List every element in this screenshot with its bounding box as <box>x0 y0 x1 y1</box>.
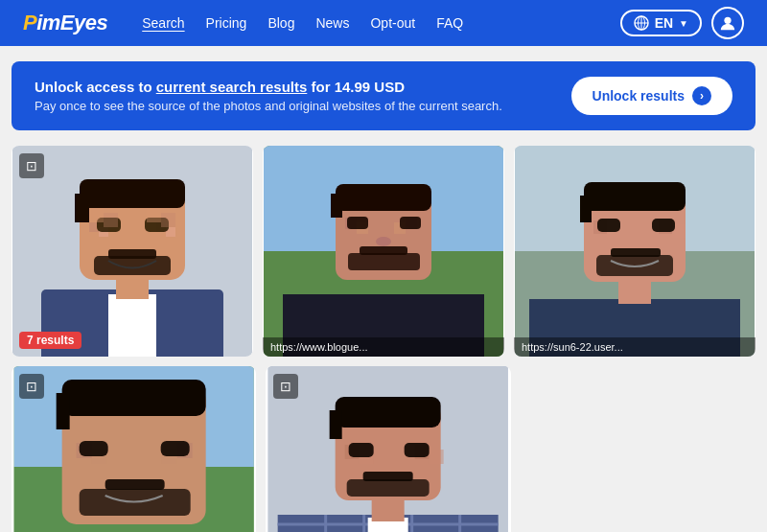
globe-icon <box>634 15 649 31</box>
banner-subtitle: Pay once to see the source of the photos… <box>35 99 502 113</box>
svg-rect-30 <box>331 194 342 218</box>
svg-rect-66 <box>80 441 108 456</box>
result-card-5[interactable]: ⊡ <box>266 366 510 532</box>
result-card-1[interactable]: ⊡ 7 results <box>12 146 253 357</box>
svg-rect-88 <box>430 450 444 464</box>
svg-rect-17 <box>108 249 156 259</box>
nav-link-blog[interactable]: Blog <box>267 15 294 31</box>
svg-rect-52 <box>597 219 620 232</box>
svg-rect-36 <box>400 217 421 229</box>
lang-label: EN <box>655 15 673 31</box>
nav-link-search[interactable]: Search <box>142 15 184 31</box>
svg-rect-89 <box>349 443 374 457</box>
nav-link-optout[interactable]: Opt-out <box>370 15 415 31</box>
results-row-2: ⊡ <box>12 366 755 532</box>
arrow-icon: › <box>692 86 711 105</box>
results-grid: ⊡ 7 results <box>0 146 767 532</box>
nav-link-news[interactable]: News <box>315 15 349 31</box>
svg-point-4 <box>724 17 731 24</box>
svg-rect-29 <box>336 184 431 211</box>
card-icon-1: ⊡ <box>19 153 44 178</box>
svg-rect-67 <box>161 441 190 456</box>
result-card-3[interactable]: https://sun6-22.user... <box>514 146 755 357</box>
svg-rect-53 <box>652 219 675 232</box>
svg-rect-46 <box>584 182 686 211</box>
svg-rect-7 <box>108 294 156 357</box>
result-card-4[interactable]: ⊡ <box>12 366 256 532</box>
nav-links: Search Pricing Blog News Opt-out FAQ <box>142 15 619 31</box>
svg-rect-38 <box>348 253 420 270</box>
language-selector[interactable]: EN ▼ <box>620 10 702 36</box>
card-badge-1: 7 results <box>19 332 81 349</box>
navbar: PimEyes Search Pricing Blog News Opt-out… <box>0 0 767 46</box>
svg-rect-20 <box>89 208 104 222</box>
card-image-1: ⊡ 7 results <box>12 146 253 357</box>
banner-text: Unlock access to current search results … <box>35 79 502 113</box>
svg-rect-60 <box>62 380 206 416</box>
card-url-2: https://www.blogue... <box>263 337 504 357</box>
svg-rect-90 <box>405 443 430 457</box>
svg-rect-83 <box>336 397 441 428</box>
svg-rect-11 <box>75 194 89 222</box>
banner-link[interactable]: current search results <box>156 79 308 95</box>
svg-rect-47 <box>580 196 592 222</box>
chevron-down-icon: ▼ <box>679 18 688 29</box>
logo[interactable]: PimEyes <box>23 11 107 35</box>
unlock-banner: Unlock access to current search results … <box>12 61 755 130</box>
nav-right: EN ▼ <box>620 7 744 39</box>
svg-rect-61 <box>57 393 70 429</box>
svg-rect-10 <box>80 179 185 208</box>
svg-rect-84 <box>330 410 342 439</box>
user-account-button[interactable] <box>711 7 744 39</box>
svg-point-39 <box>376 237 391 246</box>
svg-rect-21 <box>104 213 118 227</box>
svg-rect-35 <box>347 217 368 229</box>
nav-link-faq[interactable]: FAQ <box>436 15 463 31</box>
card-image-2: https://www.blogue... <box>263 146 504 357</box>
svg-rect-23 <box>161 213 175 227</box>
svg-rect-22 <box>147 208 161 222</box>
card-icon-5: ⊡ <box>273 374 298 399</box>
card-image-5: ⊡ <box>266 366 510 532</box>
user-icon <box>719 14 736 32</box>
card-image-3: https://sun6-22.user... <box>514 146 755 357</box>
svg-rect-68 <box>105 479 165 490</box>
svg-rect-92 <box>347 479 430 497</box>
card-image-4: ⊡ <box>12 366 256 532</box>
result-card-2[interactable]: https://www.blogue... <box>263 146 504 357</box>
banner-title: Unlock access to current search results … <box>35 79 502 95</box>
nav-link-pricing[interactable]: Pricing <box>206 15 247 31</box>
unlock-results-button[interactable]: Unlock results › <box>571 77 732 115</box>
card-url-3: https://sun6-22.user... <box>514 337 755 357</box>
card-icon-4: ⊡ <box>19 374 44 399</box>
